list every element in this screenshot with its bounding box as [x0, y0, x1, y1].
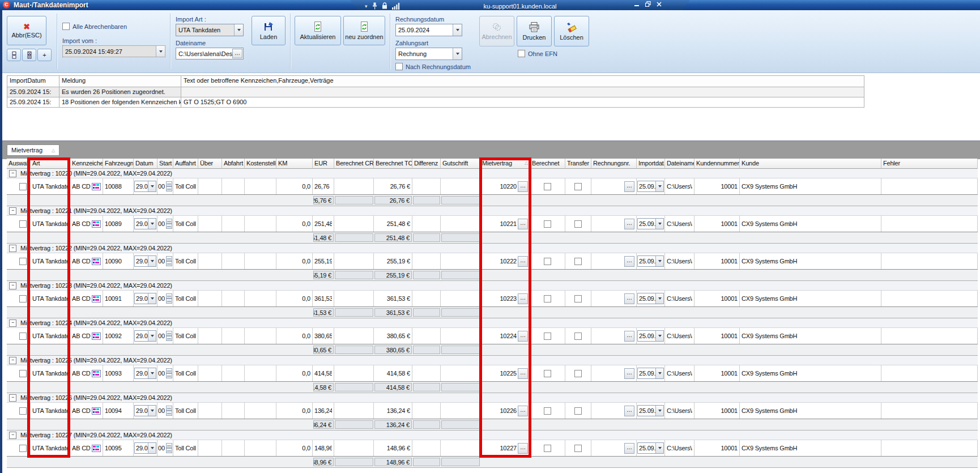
- column-header-kunde[interactable]: Kunde: [740, 159, 881, 169]
- dateiname-field[interactable]: C:\Users\alena\Desk …: [176, 48, 244, 59]
- rechnungsdatum-combobox[interactable]: 25.09.2024: [395, 24, 462, 36]
- collapse-group-button[interactable]: −: [9, 319, 16, 327]
- spin-up-button[interactable]: [166, 368, 172, 373]
- spinner-buttons[interactable]: [166, 293, 172, 304]
- dropdown-button[interactable]: [655, 293, 663, 304]
- laden-button[interactable]: Laden: [252, 16, 286, 45]
- ellipsis-button[interactable]: …: [518, 331, 528, 342]
- berechnet-checkbox[interactable]: [544, 258, 551, 265]
- dropdown-button[interactable]: [148, 219, 156, 229]
- berechnet-checkbox[interactable]: [544, 407, 551, 415]
- column-header-gutschrift[interactable]: Gutschrift: [441, 159, 480, 169]
- add-button[interactable]: +: [37, 49, 52, 61]
- browse-file-button[interactable]: …: [232, 49, 242, 58]
- berechnet-checkbox[interactable]: [544, 333, 551, 340]
- dropdown-button[interactable]: [148, 406, 156, 416]
- restore-button[interactable]: [645, 1, 651, 7]
- abrechnen-button[interactable]: Abrechnen: [479, 16, 514, 46]
- spinner-buttons[interactable]: [166, 406, 172, 416]
- row-select-checkbox[interactable]: [19, 295, 27, 302]
- column-header-eur[interactable]: EUR: [313, 159, 334, 169]
- ellipsis-button[interactable]: …: [518, 443, 528, 454]
- importdat-combobox[interactable]: 25.09.2: [637, 181, 664, 192]
- column-header-ueber[interactable]: Über: [198, 159, 222, 169]
- spinner-buttons[interactable]: [166, 256, 172, 266]
- berechnet-checkbox[interactable]: [544, 183, 551, 190]
- transfer-checkbox[interactable]: [574, 407, 582, 415]
- message-row[interactable]: 25.09.2024 15: 18 Positionen der folgend…: [7, 97, 864, 108]
- column-header-importdat[interactable]: Importdat.: [637, 159, 665, 169]
- ellipsis-button[interactable]: …: [624, 443, 634, 454]
- dropdown-button[interactable]: [453, 24, 462, 36]
- group-by-chip-mietvertrag[interactable]: Mietvertrag △: [7, 144, 59, 156]
- importdat-combobox[interactable]: 25.09.2: [637, 218, 664, 229]
- berechnet-checkbox[interactable]: [544, 220, 551, 228]
- spin-down-button[interactable]: [166, 186, 172, 191]
- ellipsis-button[interactable]: …: [624, 219, 634, 229]
- import-art-combobox[interactable]: UTA Tankdaten: [176, 24, 244, 36]
- spin-down-button[interactable]: [166, 224, 172, 229]
- ellipsis-button[interactable]: …: [624, 331, 634, 342]
- ellipsis-button[interactable]: …: [518, 368, 528, 379]
- collapse-group-button[interactable]: −: [9, 357, 16, 364]
- spin-up-button[interactable]: [166, 443, 172, 448]
- row-select-checkbox[interactable]: [19, 407, 27, 415]
- transfer-checkbox[interactable]: [574, 295, 582, 302]
- column-header-fahrzeugnr[interactable]: Fahrzeugnr: [103, 159, 134, 169]
- transfer-checkbox[interactable]: [574, 183, 582, 190]
- importdat-combobox[interactable]: 25.09.2: [637, 330, 664, 342]
- dropdown-button[interactable]: [148, 368, 156, 378]
- transfer-checkbox[interactable]: [574, 370, 582, 377]
- neu-zuordnen-button[interactable]: neu zuordnen: [343, 16, 385, 45]
- datum-combobox[interactable]: 29.0: [134, 405, 156, 416]
- berechnet-checkbox[interactable]: [544, 370, 551, 377]
- close-button[interactable]: [657, 2, 662, 7]
- nach-rechnungsdatum-checkbox[interactable]: [395, 63, 403, 70]
- spin-down-button[interactable]: [166, 448, 172, 453]
- spin-down-button[interactable]: [166, 299, 172, 304]
- ohne-efn-checkbox[interactable]: [518, 50, 525, 57]
- collapse-group-button[interactable]: −: [9, 394, 16, 402]
- transfer-checkbox[interactable]: [574, 258, 582, 265]
- datum-combobox[interactable]: 29.0: [134, 330, 156, 342]
- spinner-buttons[interactable]: [166, 331, 172, 341]
- row-select-checkbox[interactable]: [19, 333, 27, 340]
- import-from-combobox[interactable]: 25.09.2024 15:49:27: [62, 45, 165, 57]
- column-header-importdatum[interactable]: ImportDatum: [7, 76, 59, 87]
- column-header-rechnungsnr[interactable]: Rechnungsnr.: [591, 159, 637, 169]
- ellipsis-button[interactable]: …: [518, 219, 528, 229]
- ellipsis-button[interactable]: …: [518, 181, 528, 192]
- dropdown-button[interactable]: [655, 331, 663, 341]
- layout-vertical-button[interactable]: [7, 49, 21, 61]
- dropdown-button[interactable]: [655, 443, 663, 453]
- collapse-group-button[interactable]: −: [9, 245, 16, 252]
- column-header-berechnet_tc[interactable]: Berechnet TC: [374, 159, 412, 169]
- spin-down-button[interactable]: [166, 373, 172, 378]
- collapse-group-button[interactable]: −: [9, 207, 16, 215]
- datum-combobox[interactable]: 29.0: [134, 255, 156, 267]
- transfer-checkbox[interactable]: [574, 445, 582, 452]
- column-header-fehler[interactable]: Fehler: [881, 159, 978, 169]
- collapse-group-button[interactable]: −: [9, 170, 16, 177]
- column-header-mietvertrag[interactable]: Mietvertrag△: [480, 159, 530, 169]
- spin-up-button[interactable]: [166, 331, 172, 336]
- row-select-checkbox[interactable]: [19, 258, 27, 265]
- ellipsis-button[interactable]: …: [624, 181, 634, 192]
- dropdown-button[interactable]: [453, 48, 462, 59]
- spin-up-button[interactable]: [166, 406, 172, 411]
- column-header-auswahl[interactable]: Auswahl: [7, 159, 31, 169]
- importdat-combobox[interactable]: 25.09.2: [637, 255, 664, 267]
- column-header-meldung[interactable]: Meldung: [59, 76, 181, 87]
- dropdown-button[interactable]: [655, 181, 663, 191]
- ellipsis-button[interactable]: …: [518, 256, 528, 267]
- dropdown-button[interactable]: [234, 24, 243, 36]
- row-select-checkbox[interactable]: [19, 183, 27, 190]
- dropdown-button[interactable]: [148, 293, 156, 304]
- datum-combobox[interactable]: 29.0: [134, 368, 156, 379]
- message-row[interactable]: 25.09.2024 15: Es wurden 26 Positionen z…: [7, 87, 864, 97]
- column-header-text[interactable]: Text oder betroffene Kennzeichen,Fahrzeu…: [181, 76, 864, 87]
- dropdown-button[interactable]: [655, 219, 663, 229]
- collapse-group-button[interactable]: −: [9, 432, 16, 439]
- column-header-start[interactable]: Start: [157, 159, 173, 169]
- column-header-abfahrt[interactable]: Abfahrt: [222, 159, 245, 169]
